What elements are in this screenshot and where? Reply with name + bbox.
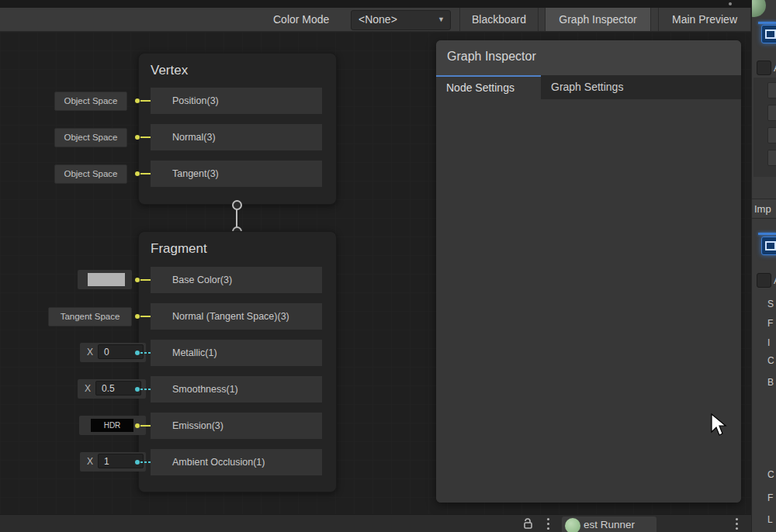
inspector-body	[436, 99, 741, 503]
inspector-tab-row: Node Settings Graph Settings	[436, 75, 741, 99]
blackboard-button[interactable]: Blackboard	[459, 8, 539, 31]
port-row[interactable]: Emission(3)	[151, 413, 322, 439]
graph-inspector-header[interactable]: Graph Inspector	[436, 40, 741, 75]
clipped-field-label: S	[767, 299, 774, 309]
test-runner-label: est Runner	[584, 516, 635, 532]
importer-enabled-checkbox[interactable]	[757, 273, 771, 288]
wire-dot	[135, 460, 140, 465]
shader-graph-window: Color Mode <None> ▼ Blackboard Graph Ins…	[0, 0, 776, 532]
port-row[interactable]: Ambient Occlusion(1)	[151, 449, 322, 475]
kebab-menu-icon[interactable]	[736, 523, 738, 525]
wire-dot	[135, 387, 140, 392]
inspector-enabled-checkbox[interactable]	[757, 60, 771, 75]
clipped-field-label: F	[767, 492, 773, 503]
hdr-color-swatch[interactable]: HDR	[91, 419, 133, 432]
material-preview-sphere-icon	[751, 0, 766, 17]
clipped-field[interactable]	[767, 82, 776, 98]
window-top-strip	[0, 0, 776, 8]
shader-graph-toolbar: Color Mode <None> ▼ Blackboard Graph Ins…	[0, 8, 751, 32]
tab-node-settings[interactable]: Node Settings	[436, 75, 541, 99]
tab-graph-settings[interactable]: Graph Settings	[551, 75, 652, 99]
overflow-dot-icon	[729, 2, 732, 5]
mouse-cursor	[710, 413, 727, 437]
normal-space-dropdown[interactable]: Object Space	[54, 128, 127, 147]
port-row[interactable]: Metallic(1)	[151, 340, 322, 366]
stack-link-top-circle	[232, 200, 242, 210]
clipped-field-label: I	[767, 337, 770, 348]
clipped-field-label: L	[767, 514, 773, 525]
port-row[interactable]: Smoothness(1)	[151, 376, 322, 402]
fragment-node-title: Fragment	[151, 241, 207, 257]
clipped-field-label: F	[767, 318, 773, 329]
wire-dot	[135, 314, 140, 319]
inspector-subpanel	[753, 78, 776, 177]
port-row[interactable]: Normal (Tangent Space)(3)	[151, 303, 322, 330]
graph-inspector-title: Graph Inspector	[447, 50, 536, 64]
clipped-field[interactable]	[767, 105, 776, 121]
wire-dot	[135, 171, 140, 176]
color-mode-label: Color Mode	[273, 8, 329, 31]
x-component-label: X	[87, 343, 93, 362]
tab-test-runner[interactable]: est Runner	[562, 516, 656, 532]
x-component-label: X	[87, 452, 93, 472]
x-component-label: X	[85, 379, 91, 399]
graph-inspector-button[interactable]: Graph Inspector	[545, 8, 651, 31]
unlock-icon[interactable]	[521, 517, 534, 530]
shader-graph-asset-icon	[761, 25, 776, 43]
clipped-field-label: C	[767, 355, 774, 366]
port-row[interactable]: Position(3)	[151, 88, 322, 114]
graph-inspector-panel: Graph Inspector Node Settings Graph Sett…	[436, 40, 741, 503]
port-row[interactable]: Base Color(3)	[151, 267, 322, 293]
wire-dot	[135, 423, 140, 428]
clipped-field[interactable]	[767, 150, 776, 166]
clipped-field-label: B	[767, 377, 774, 388]
clipped-inspector-panel: A Imp A S F I C B C F L	[751, 0, 776, 532]
port-row[interactable]: Tangent(3)	[151, 161, 322, 187]
chevron-down-icon: ▼	[438, 11, 445, 28]
test-runner-status-icon	[565, 518, 580, 532]
color-mode-value: <None>	[352, 13, 397, 26]
import-settings-header[interactable]: Imp	[752, 199, 776, 219]
base-color-control[interactable]	[78, 270, 132, 289]
kebab-menu-icon[interactable]	[547, 523, 549, 525]
shader-graph-icon-wire	[758, 22, 776, 24]
color-mode-dropdown[interactable]: <None> ▼	[351, 10, 451, 30]
position-space-dropdown[interactable]: Object Space	[54, 92, 127, 111]
vertex-node-title: Vertex	[151, 63, 188, 78]
wire-dot	[135, 351, 140, 355]
wire-dot	[135, 135, 140, 140]
wire-dot	[135, 98, 140, 103]
bottom-bar: est Runner	[0, 514, 751, 532]
wire-dot	[135, 278, 140, 282]
shader-graph-icon-wire	[758, 233, 776, 235]
color-swatch[interactable]	[88, 273, 125, 286]
main-preview-button[interactable]: Main Preview	[658, 8, 751, 31]
normal-ts-space-dropdown[interactable]: Tangent Space	[48, 307, 132, 326]
clipped-field-label: C	[767, 469, 774, 480]
clipped-field[interactable]	[767, 127, 776, 143]
port-row[interactable]: Normal(3)	[151, 124, 322, 150]
tangent-space-dropdown[interactable]: Object Space	[54, 164, 127, 184]
shader-graph-asset-icon	[761, 237, 776, 255]
